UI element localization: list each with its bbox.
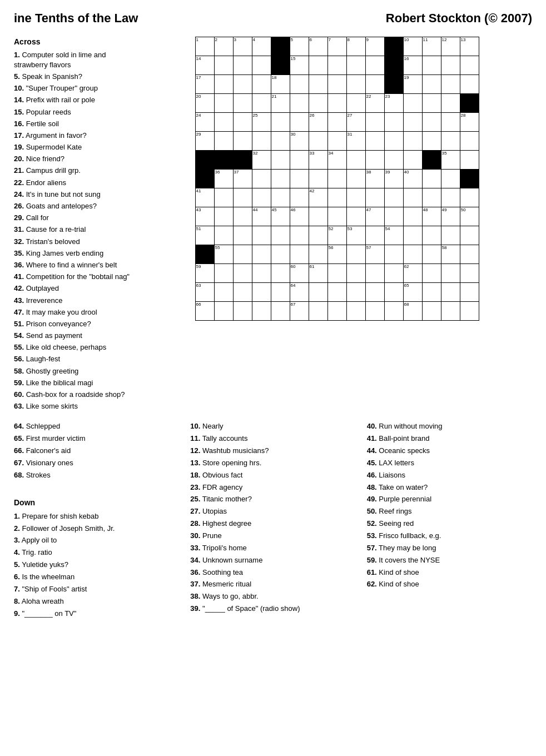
cell-3-10[interactable] — [365, 75, 384, 94]
cell-11-2[interactable] — [214, 226, 233, 245]
cell-5-9[interactable]: 27 — [346, 113, 365, 132]
cell-9-15[interactable] — [460, 188, 479, 207]
cell-3-1[interactable]: 17 — [195, 75, 214, 94]
cell-10-9[interactable] — [346, 207, 365, 226]
cell-2-9[interactable] — [346, 56, 365, 75]
cell-8-14[interactable] — [441, 170, 460, 188]
cell-12-7[interactable] — [309, 245, 327, 264]
cell-7-10[interactable] — [365, 151, 384, 170]
cell-8-10[interactable]: 38 — [365, 170, 384, 188]
cell-11-6[interactable] — [290, 226, 309, 245]
cell-8-4[interactable] — [252, 170, 271, 188]
cell-5-7[interactable]: 26 — [309, 113, 327, 132]
cell-10-5[interactable]: 45 — [271, 207, 290, 226]
cell-11-10[interactable] — [365, 226, 384, 245]
cell-14-6[interactable]: 64 — [290, 283, 309, 302]
cell-13-10[interactable] — [365, 264, 384, 283]
cell-7-12[interactable] — [403, 151, 422, 170]
cell-13-13[interactable] — [422, 264, 441, 283]
cell-12-5[interactable] — [271, 245, 290, 264]
cell-10-13[interactable]: 48 — [422, 207, 441, 226]
cell-6-14[interactable] — [441, 132, 460, 151]
cell-8-2[interactable]: 36 — [214, 170, 233, 188]
cell-14-12[interactable]: 65 — [403, 283, 422, 302]
cell-14-1[interactable]: 63 — [195, 283, 214, 302]
cell-3-8[interactable] — [327, 75, 346, 94]
cell-9-5[interactable] — [271, 188, 290, 207]
cell-10-12[interactable] — [403, 207, 422, 226]
cell-4-2[interactable] — [214, 94, 233, 113]
cell-14-10[interactable] — [365, 283, 384, 302]
cell-9-1[interactable]: 41 — [195, 188, 214, 207]
cell-6-9[interactable]: 31 — [346, 132, 365, 151]
cell-6-13[interactable] — [422, 132, 441, 151]
cell-5-12[interactable] — [403, 113, 422, 132]
cell-2-8[interactable] — [327, 56, 346, 75]
cell-3-5[interactable]: 18 — [271, 75, 290, 94]
cell-15-7[interactable] — [309, 302, 327, 321]
cell-1-14[interactable]: 12 — [441, 37, 460, 56]
cell-15-4[interactable] — [252, 302, 271, 321]
cell-2-6[interactable]: 15 — [290, 56, 309, 75]
cell-6-5[interactable] — [271, 132, 290, 151]
cell-9-7[interactable]: 42 — [309, 188, 327, 207]
cell-10-10[interactable]: 47 — [365, 207, 384, 226]
cell-13-5[interactable] — [271, 264, 290, 283]
cell-13-8[interactable] — [327, 264, 346, 283]
cell-10-4[interactable]: 44 — [252, 207, 271, 226]
cell-5-6[interactable] — [290, 113, 309, 132]
cell-14-4[interactable] — [252, 283, 271, 302]
cell-6-11[interactable] — [384, 132, 403, 151]
cell-13-1[interactable]: 59 — [195, 264, 214, 283]
cell-1-7[interactable]: 6 — [309, 37, 327, 56]
cell-15-6[interactable]: 67 — [290, 302, 309, 321]
cell-10-6[interactable]: 46 — [290, 207, 309, 226]
cell-8-5[interactable] — [271, 170, 290, 188]
cell-10-3[interactable] — [233, 207, 252, 226]
cell-4-14[interactable] — [441, 94, 460, 113]
cell-8-11[interactable]: 39 — [384, 170, 403, 188]
cell-1-9[interactable]: 8 — [346, 37, 365, 56]
cell-15-5[interactable] — [271, 302, 290, 321]
cell-2-14[interactable] — [441, 56, 460, 75]
cell-2-13[interactable] — [422, 56, 441, 75]
cell-13-15[interactable] — [460, 264, 479, 283]
cell-2-3[interactable] — [233, 56, 252, 75]
cell-10-2[interactable] — [214, 207, 233, 226]
cell-7-7[interactable]: 33 — [309, 151, 327, 170]
cell-13-3[interactable] — [233, 264, 252, 283]
cell-3-3[interactable] — [233, 75, 252, 94]
cell-9-12[interactable] — [403, 188, 422, 207]
cell-10-1[interactable]: 43 — [195, 207, 214, 226]
cell-10-8[interactable] — [327, 207, 346, 226]
cell-5-1[interactable]: 24 — [195, 113, 214, 132]
cell-14-14[interactable] — [441, 283, 460, 302]
cell-11-1[interactable]: 51 — [195, 226, 214, 245]
cell-14-5[interactable] — [271, 283, 290, 302]
cell-15-10[interactable] — [365, 302, 384, 321]
cell-12-13[interactable] — [422, 245, 441, 264]
cell-11-13[interactable] — [422, 226, 441, 245]
cell-11-4[interactable] — [252, 226, 271, 245]
cell-4-13[interactable] — [422, 94, 441, 113]
cell-10-15[interactable]: 50 — [460, 207, 479, 226]
cell-12-2[interactable]: 55 — [214, 245, 233, 264]
cell-9-3[interactable] — [233, 188, 252, 207]
cell-11-11[interactable]: 54 — [384, 226, 403, 245]
cell-12-9[interactable] — [346, 245, 365, 264]
cell-5-11[interactable] — [384, 113, 403, 132]
cell-5-2[interactable] — [214, 113, 233, 132]
cell-14-15[interactable] — [460, 283, 479, 302]
cell-1-10[interactable]: 9 — [365, 37, 384, 56]
cell-13-12[interactable]: 62 — [403, 264, 422, 283]
cell-2-4[interactable] — [252, 56, 271, 75]
cell-4-8[interactable] — [327, 94, 346, 113]
cell-10-11[interactable] — [384, 207, 403, 226]
cell-6-2[interactable] — [214, 132, 233, 151]
cell-7-8[interactable]: 34 — [327, 151, 346, 170]
cell-13-4[interactable] — [252, 264, 271, 283]
cell-3-2[interactable] — [214, 75, 233, 94]
cell-2-15[interactable] — [460, 56, 479, 75]
cell-3-6[interactable] — [290, 75, 309, 94]
cell-8-3[interactable]: 37 — [233, 170, 252, 188]
